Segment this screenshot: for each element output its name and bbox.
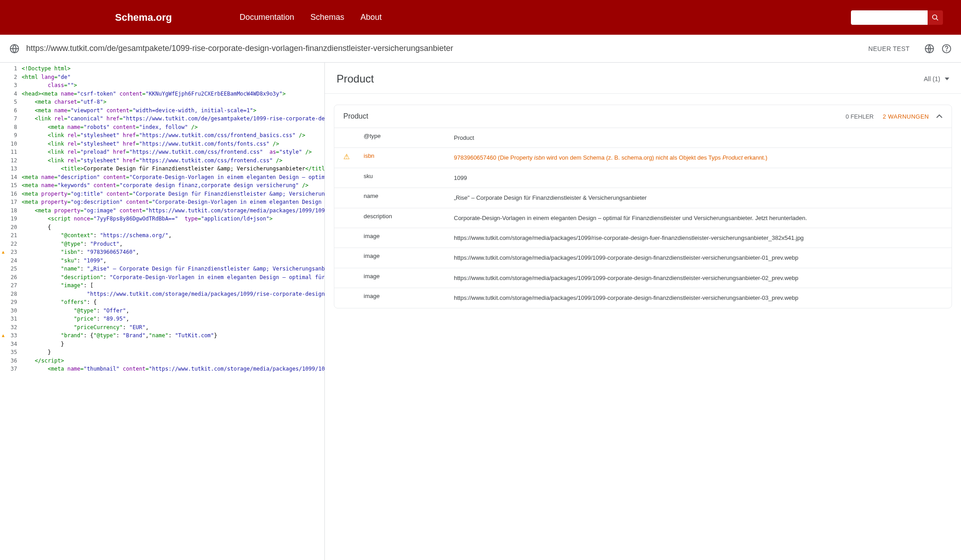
table-row[interactable]: imagehttps://www.tutkit.com/storage/medi… (334, 268, 952, 288)
prop-value: 9783960657460 (Die Property isbn wird vo… (445, 148, 952, 168)
language-icon[interactable] (924, 43, 935, 54)
prop-key: image (355, 228, 445, 248)
result-card: Product 0 FEHLER 2 WARNUNGEN @typeProduc… (334, 105, 952, 308)
result-title: Product (337, 73, 924, 85)
prop-key: image (355, 268, 445, 288)
new-test-button[interactable]: NEUER TEST (869, 45, 910, 52)
prop-value: Product (445, 128, 952, 148)
nav-schemas[interactable]: Schemas (310, 13, 344, 22)
help-icon[interactable] (941, 43, 952, 54)
prop-key: image (355, 288, 445, 308)
error-count: 0 FEHLER (845, 113, 873, 120)
warning-count: 2 WARNUNGEN (882, 113, 929, 120)
card-stats: 0 FEHLER 2 WARNUNGEN (845, 113, 929, 120)
source-code[interactable]: <!Doctype html><html lang="de" class="">… (22, 63, 324, 560)
search-input[interactable] (851, 10, 928, 25)
url-display: https://www.tutkit.com/de/gesamtpakete/1… (26, 44, 862, 53)
table-row[interactable]: descriptionCorporate-Design-Vorlagen in … (334, 208, 952, 228)
svg-point-0 (933, 15, 937, 19)
filter-dropdown[interactable]: All (1) (924, 75, 949, 83)
prop-value: https://www.tutkit.com/storage/media/pac… (445, 248, 952, 268)
nav-documentation[interactable]: Documentation (240, 13, 294, 22)
prop-key: image (355, 248, 445, 268)
line-gutter: 12345678910111213141516171819202122▲2324… (0, 63, 22, 560)
prop-value: https://www.tutkit.com/storage/media/pac… (445, 228, 952, 248)
result-pane: Product All (1) Product 0 FEHLER 2 WARNU… (325, 63, 961, 560)
prop-key: isbn (355, 148, 445, 168)
main-nav: Documentation Schemas About (240, 13, 851, 22)
table-row[interactable]: imagehttps://www.tutkit.com/storage/medi… (334, 248, 952, 268)
prop-value: „Rise" – Corporate Design für Finanzdien… (445, 188, 952, 208)
table-row[interactable]: imagehttps://www.tutkit.com/storage/medi… (334, 228, 952, 248)
result-header: Product All (1) (325, 63, 961, 94)
prop-value: Corporate-Design-Vorlagen in einem elega… (445, 208, 952, 228)
logo[interactable]: Schema.org (115, 12, 172, 23)
toolbar: https://www.tutkit.com/de/gesamtpakete/1… (0, 35, 961, 63)
table-row[interactable]: @typeProduct (334, 128, 952, 148)
search-wrap (851, 10, 943, 25)
table-row[interactable]: name„Rise" – Corporate Design für Finanz… (334, 188, 952, 208)
svg-point-5 (947, 50, 947, 51)
card-title: Product (343, 112, 845, 120)
table-row[interactable]: ⚠isbn9783960657460 (Die Property isbn wi… (334, 148, 952, 168)
prop-key: description (355, 208, 445, 228)
search-button[interactable] (928, 10, 943, 25)
globe-icon[interactable] (9, 43, 20, 54)
code-pane: 12345678910111213141516171819202122▲2324… (0, 63, 325, 560)
table-row[interactable]: imagehttps://www.tutkit.com/storage/medi… (334, 288, 952, 308)
nav-about[interactable]: About (360, 13, 382, 22)
prop-key: sku (355, 168, 445, 188)
table-row[interactable]: sku1099 (334, 168, 952, 188)
content: 12345678910111213141516171819202122▲2324… (0, 63, 961, 560)
card-header[interactable]: Product 0 FEHLER 2 WARNUNGEN (334, 105, 952, 128)
prop-value: https://www.tutkit.com/storage/media/pac… (445, 268, 952, 288)
warning-icon: ⚠ (343, 153, 350, 161)
filter-label: All (1) (924, 75, 940, 83)
chevron-up-icon (936, 114, 943, 119)
dropdown-icon (945, 78, 949, 80)
prop-key: name (355, 188, 445, 208)
site-header: Schema.org Documentation Schemas About (0, 0, 961, 35)
prop-value: 1099 (445, 168, 952, 188)
prop-value: https://www.tutkit.com/storage/media/pac… (445, 288, 952, 308)
prop-key: @type (355, 128, 445, 148)
svg-line-1 (936, 18, 938, 20)
property-table: @typeProduct⚠isbn9783960657460 (Die Prop… (334, 128, 952, 308)
search-icon (932, 14, 939, 21)
